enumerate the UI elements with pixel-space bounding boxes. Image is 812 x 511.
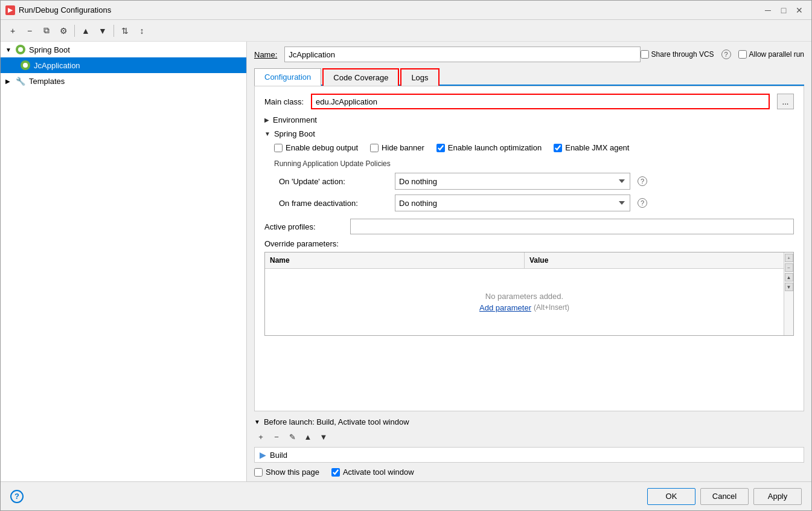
- right-panel: Name: Share through VCS ? Allow parallel…: [247, 42, 811, 481]
- share-help-icon[interactable]: ?: [721, 50, 731, 59]
- environment-section: ▶ Environment: [264, 115, 794, 124]
- move-down-button[interactable]: ▼: [95, 24, 110, 38]
- apply-button[interactable]: Apply: [753, 488, 802, 505]
- ok-button[interactable]: OK: [647, 488, 695, 505]
- footer-help-button[interactable]: ?: [10, 490, 24, 503]
- tab-logs[interactable]: Logs: [400, 68, 439, 86]
- override-params-label: Override parameters:: [264, 239, 794, 248]
- springboot-options: Enable debug output Hide banner Enable l…: [274, 143, 794, 152]
- parallel-run-label: Allow parallel run: [749, 50, 804, 59]
- add-param-link[interactable]: Add parameter: [479, 303, 531, 312]
- name-label: Name:: [254, 50, 277, 59]
- hide-banner-option[interactable]: Hide banner: [370, 143, 424, 152]
- move-up-button[interactable]: ▲: [78, 24, 93, 38]
- launch-add-button[interactable]: +: [254, 430, 267, 443]
- col-name-header: Name: [265, 252, 525, 268]
- launch-remove-button[interactable]: −: [270, 430, 283, 443]
- override-params-section: Override parameters: Name Value No param…: [264, 239, 794, 336]
- tree-label-springboot: Spring Boot: [29, 45, 70, 54]
- frame-deactivation-help-icon[interactable]: ?: [638, 198, 647, 208]
- maximize-button[interactable]: □: [776, 3, 791, 18]
- active-profiles-input[interactable]: [350, 219, 794, 234]
- sort1-button[interactable]: ⇅: [118, 24, 132, 38]
- scroll-up-button[interactable]: ▲: [785, 273, 793, 281]
- name-input[interactable]: [284, 47, 640, 62]
- tab-code-coverage[interactable]: Code Coverage: [322, 68, 399, 86]
- environment-title: Environment: [273, 115, 317, 124]
- policies-label: Running Application Update Policies: [274, 159, 794, 168]
- enable-launch-option[interactable]: Enable launch optimization: [436, 143, 542, 152]
- active-profiles-label: Active profiles:: [264, 222, 343, 231]
- update-action-select[interactable]: Do nothing: [395, 173, 630, 190]
- launch-up-button[interactable]: ▲: [301, 430, 315, 443]
- enable-launch-checkbox[interactable]: [436, 144, 445, 152]
- config-panel: Main class: ... ▶ Environment ▼ Spring B…: [254, 86, 804, 411]
- table-header: Name Value: [265, 252, 784, 269]
- tree-arrow-templates: ▶: [5, 78, 15, 85]
- copy-config-button[interactable]: ⧉: [39, 24, 54, 38]
- settings-button[interactable]: ⚙: [56, 24, 71, 38]
- no-params-message: No parameters added.: [485, 292, 563, 301]
- window-title: Run/Debug Configurations: [19, 5, 761, 14]
- activate-window-option[interactable]: Activate tool window: [331, 468, 414, 477]
- sort2-button[interactable]: ↕: [135, 24, 149, 38]
- add-config-button[interactable]: +: [5, 24, 20, 38]
- toolbar: + − ⧉ ⚙ ▲ ▼ ⇅ ↕: [1, 20, 811, 42]
- table-scrollbar: + − ▲ ▼: [784, 252, 793, 335]
- close-button[interactable]: ✕: [792, 3, 807, 18]
- activate-window-checkbox[interactable]: [331, 468, 340, 477]
- scroll-remove-button[interactable]: −: [785, 263, 793, 272]
- tab-configuration[interactable]: Configuration: [254, 68, 321, 86]
- before-launch-arrow[interactable]: ▼: [254, 419, 260, 425]
- show-page-option[interactable]: Show this page: [254, 468, 319, 477]
- show-page-label: Show this page: [266, 468, 319, 477]
- scroll-add-button[interactable]: +: [785, 254, 793, 262]
- main-class-label: Main class:: [264, 97, 304, 106]
- update-action-row: On 'Update' action: Do nothing ?: [279, 173, 794, 190]
- build-item: ▶ Build: [254, 447, 804, 463]
- browse-main-class-button[interactable]: ...: [777, 94, 794, 109]
- templates-icon: 🔧: [15, 76, 26, 86]
- minimize-button[interactable]: ─: [761, 3, 775, 18]
- params-table: Name Value No parameters added. Add para…: [265, 252, 784, 335]
- footer: ? OK Cancel Apply: [1, 481, 811, 510]
- before-launch-header: ▼ Before launch: Build, Activate tool wi…: [254, 417, 804, 426]
- separator-2: [113, 25, 114, 37]
- jcapplication-icon: [20, 60, 31, 71]
- remove-config-button[interactable]: −: [22, 24, 37, 38]
- launch-down-button[interactable]: ▼: [317, 430, 330, 443]
- launch-edit-button[interactable]: ✎: [286, 430, 299, 443]
- enable-jmx-option[interactable]: Enable JMX agent: [554, 143, 629, 152]
- enable-debug-checkbox[interactable]: [274, 144, 283, 152]
- bottom-checks: Show this page Activate tool window: [254, 468, 804, 477]
- scroll-down-button[interactable]: ▼: [785, 283, 793, 291]
- table-body: No parameters added. Add parameter (Alt+…: [265, 269, 784, 335]
- tree-label-templates: Templates: [29, 77, 65, 86]
- tree-item-templates[interactable]: ▶ 🔧 Templates: [1, 73, 246, 89]
- environment-arrow[interactable]: ▶: [264, 117, 269, 123]
- show-page-checkbox[interactable]: [254, 468, 263, 477]
- spring-boot-icon: [15, 44, 26, 55]
- cancel-button[interactable]: Cancel: [700, 488, 749, 505]
- hide-banner-checkbox[interactable]: [370, 144, 379, 152]
- share-vcs-checkbox[interactable]: Share through VCS: [641, 50, 714, 59]
- tree-label-jcapplication: JcApplication: [34, 61, 80, 70]
- enable-jmx-checkbox[interactable]: [554, 144, 562, 152]
- update-action-help-icon[interactable]: ?: [638, 176, 647, 186]
- active-profiles-row: Active profiles:: [264, 219, 794, 234]
- add-param-hint: (Alt+Insert): [534, 303, 569, 312]
- col-value-header: Value: [525, 252, 784, 268]
- tree-item-jcapplication[interactable]: JcApplication: [1, 57, 246, 73]
- springboot-arrow[interactable]: ▼: [264, 130, 270, 137]
- activate-window-label: Activate tool window: [343, 468, 414, 477]
- frame-deactivation-select[interactable]: Do nothing: [395, 194, 630, 211]
- enable-debug-option[interactable]: Enable debug output: [274, 143, 358, 152]
- parallel-run-checkbox[interactable]: Allow parallel run: [738, 50, 804, 59]
- params-table-container: Name Value No parameters added. Add para…: [264, 252, 794, 336]
- tree-item-springboot[interactable]: ▼ Spring Boot: [1, 42, 246, 57]
- tree-arrow-springboot: ▼: [5, 47, 15, 53]
- hide-banner-label: Hide banner: [382, 143, 424, 152]
- main-class-input[interactable]: [311, 94, 770, 109]
- springboot-section: ▼ Spring Boot Enable debug output Hide b…: [264, 129, 794, 211]
- share-vcs-label: Share through VCS: [651, 50, 714, 59]
